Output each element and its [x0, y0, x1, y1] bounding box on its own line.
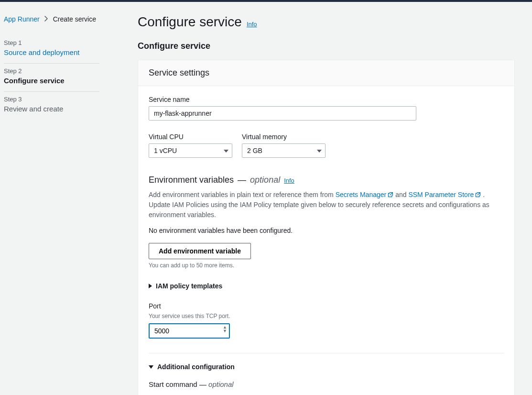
- iam-policy-templates-expander[interactable]: IAM policy templates: [149, 282, 504, 290]
- triangle-right-icon: [149, 284, 152, 288]
- chevron-right-icon: [44, 16, 48, 23]
- vmem-field: Virtual memory 2 GB: [242, 133, 326, 158]
- env-vars-heading: Environment variables — optional Info: [149, 175, 504, 185]
- breadcrumb-current: Create service: [53, 15, 96, 23]
- breadcrumb-root-link[interactable]: App Runner: [4, 15, 40, 23]
- add-env-var-button[interactable]: Add environment variable: [149, 243, 251, 259]
- vcpu-label: Virtual CPU: [149, 133, 232, 141]
- env-vars-heading-text: Environment variables: [149, 175, 234, 185]
- wizard-step-3: Step 3 Review and create: [4, 92, 99, 120]
- help-text-pre: Add environment variables in plain text …: [149, 191, 336, 198]
- step-number: Step 2: [4, 67, 99, 75]
- page-title-text: Configure service: [138, 14, 242, 30]
- step-number: Step 3: [4, 96, 99, 103]
- wizard-step-1[interactable]: Step 1 Source and deployment: [4, 35, 99, 64]
- info-link[interactable]: Info: [247, 21, 257, 28]
- port-label: Port: [149, 302, 504, 310]
- step-title: Review and create: [4, 105, 99, 113]
- service-name-label: Service name: [149, 96, 504, 103]
- port-input[interactable]: [149, 323, 230, 339]
- env-vars-empty-state: No environment variables have been confi…: [149, 227, 504, 234]
- number-stepper[interactable]: ▲ ▼: [223, 326, 227, 333]
- step-number: Step 1: [4, 39, 99, 46]
- external-link-icon: [475, 191, 481, 197]
- section-heading: Configure service: [138, 41, 515, 51]
- optional-label: optional: [208, 380, 234, 388]
- link-text: SSM Parameter Store: [408, 191, 474, 198]
- vmem-select[interactable]: 2 GB: [242, 143, 326, 158]
- secrets-manager-link[interactable]: Secrets Manager: [336, 191, 396, 198]
- page-title: Configure service Info: [138, 14, 515, 30]
- info-link[interactable]: Info: [284, 177, 294, 184]
- additional-configuration-expander[interactable]: Additional configuration: [149, 363, 504, 371]
- port-field: Port Your service uses this TCP port. ▲ …: [149, 302, 504, 339]
- help-text-mid: and: [395, 191, 408, 198]
- panel-header: Service settings: [138, 60, 514, 86]
- wizard-sidebar: App Runner Create service Step 1 Source …: [4, 11, 99, 395]
- start-command-label: Start command: [149, 380, 197, 388]
- main-content: Configure service Info Configure service…: [138, 11, 522, 395]
- ssm-parameter-store-link[interactable]: SSM Parameter Store: [408, 191, 483, 198]
- link-text: Secrets Manager: [336, 191, 387, 198]
- env-vars-limit-help: You can add up to 50 more items.: [149, 262, 504, 269]
- divider: [149, 353, 504, 353]
- service-settings-panel: Service settings Service name Virtual CP…: [138, 60, 515, 395]
- dash: —: [238, 175, 246, 185]
- vcpu-field: Virtual CPU 1 vCPU: [149, 133, 232, 158]
- env-vars-help: Add environment variables in plain text …: [149, 190, 504, 220]
- vmem-label: Virtual memory: [242, 133, 326, 141]
- wizard-step-2: Step 2 Configure service: [4, 64, 99, 92]
- expander-label: Additional configuration: [157, 363, 235, 371]
- triangle-down-icon: [149, 365, 153, 369]
- service-name-input[interactable]: [149, 106, 416, 121]
- vcpu-select[interactable]: 1 vCPU: [149, 143, 232, 158]
- optional-label: optional: [250, 175, 280, 185]
- stepper-down-icon[interactable]: ▼: [223, 329, 227, 333]
- port-help: Your service uses this TCP port.: [149, 313, 504, 319]
- breadcrumb: App Runner Create service: [4, 15, 99, 23]
- step-title: Source and deployment: [4, 48, 99, 56]
- start-command-heading: Start command — optional: [149, 380, 504, 388]
- step-title: Configure service: [4, 77, 99, 85]
- external-link-icon: [387, 191, 393, 197]
- expander-label: IAM policy templates: [156, 282, 222, 290]
